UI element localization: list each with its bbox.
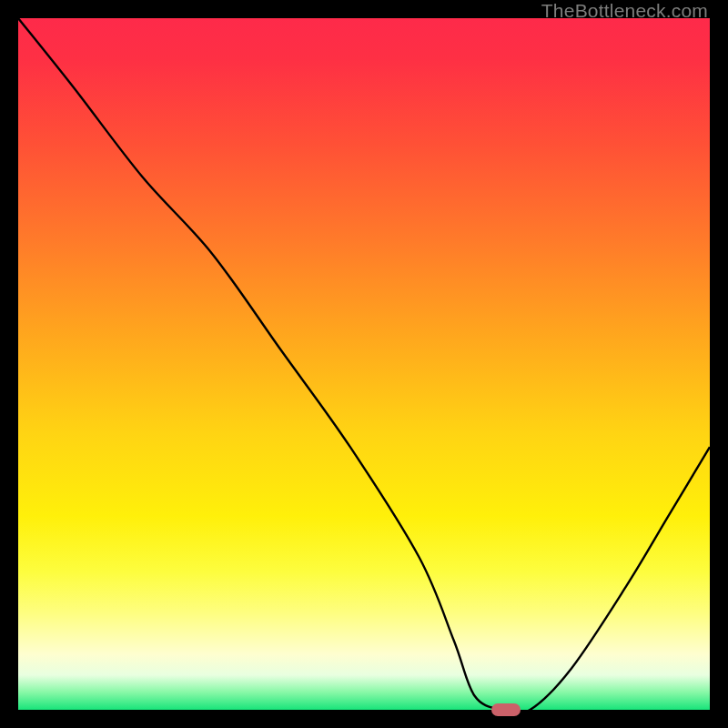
optimal-marker — [491, 703, 521, 716]
chart-frame: TheBottleneck.com — [0, 0, 728, 728]
watermark-text: TheBottleneck.com — [541, 0, 708, 22]
bottleneck-curve — [18, 18, 710, 710]
plot-area — [18, 18, 710, 710]
